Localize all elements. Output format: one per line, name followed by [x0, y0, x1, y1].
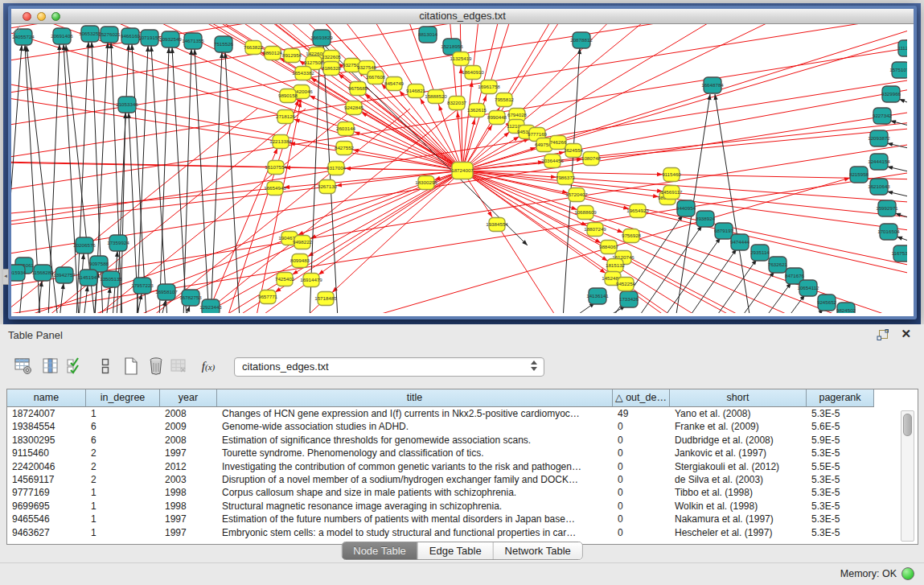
column-header-year[interactable]: year [160, 389, 217, 407]
table-cell[interactable]: 18724007 [7, 407, 86, 420]
tab-edge-table[interactable]: Edge Table [418, 542, 494, 559]
network-window-titlebar[interactable]: citations_edges.txt [11, 9, 914, 24]
table-cell[interactable]: 2012 [160, 460, 217, 473]
network-graph-canvas[interactable]: 2405572420691406106532571527602194661601… [11, 24, 907, 313]
column-header-name[interactable]: name [7, 389, 86, 407]
zoom-window-icon[interactable] [51, 12, 60, 21]
table-cell[interactable]: Structural magnetic resonance image aver… [217, 500, 613, 513]
table-cell[interactable]: 5.5E-5 [807, 460, 874, 473]
table-cell[interactable]: Tourette syndrome. Phenomenology and cla… [217, 447, 613, 459]
scrollbar-thumb[interactable] [903, 414, 912, 436]
table-cell[interactable]: 5.3E-5 [807, 526, 874, 539]
table-cell[interactable]: 1 [86, 526, 160, 539]
table-cell[interactable]: Dudbridge et al. (2008) [670, 434, 807, 447]
table-cell[interactable]: Estimation of the future numbers of pati… [217, 513, 613, 525]
table-cell[interactable]: 22420046 [7, 460, 86, 473]
table-cell[interactable]: Corpus callosum shape and size in male p… [217, 486, 613, 499]
table-cell[interactable]: 0 [613, 513, 670, 525]
table-cell[interactable]: Stergiakouli et al. (2012) [670, 460, 807, 473]
table-row[interactable]: 969969511998Structural magnetic resonanc… [7, 500, 905, 513]
table-row[interactable]: 1938455462009Genome-wide association stu… [7, 420, 905, 433]
table-row[interactable]: 1872400712008Changes of HCN gene express… [7, 407, 905, 420]
table-cell[interactable]: 5.3E-5 [807, 486, 874, 499]
table-row[interactable]: 1830029562008Estimation of significance … [7, 434, 905, 447]
table-cell[interactable]: 2 [86, 460, 160, 473]
minimize-window-icon[interactable] [37, 12, 46, 21]
table-vertical-scrollbar[interactable] [901, 410, 914, 542]
function-builder-icon[interactable]: f(x) [198, 355, 219, 377]
table-cell[interactable]: 1998 [160, 500, 217, 513]
table-cell[interactable]: 0 [613, 486, 670, 499]
table-cell[interactable]: 1 [86, 500, 160, 513]
table-cell[interactable]: 5.3E-5 [807, 513, 874, 525]
table-cell[interactable]: Disruption of a novel member of a sodium… [217, 473, 613, 486]
close-panel-icon[interactable]: ✕ [901, 327, 911, 341]
table-cell[interactable]: Changes of HCN gene expression and I(f) … [217, 407, 613, 420]
table-row[interactable]: 946554611997Estimation of the future num… [7, 513, 905, 525]
table-cell[interactable]: 49 [613, 407, 670, 420]
table-cell[interactable]: Wolkin et al. (1998) [670, 500, 807, 513]
table-cell[interactable]: 6 [86, 420, 160, 433]
tab-network-table[interactable]: Network Table [494, 542, 582, 559]
node-table[interactable]: namein_degreeyeartitle△ out_de…shortpage… [6, 389, 918, 545]
column-header-out_de[interactable]: △ out_de… [613, 389, 670, 407]
float-panel-icon[interactable] [877, 329, 889, 341]
table-row[interactable]: 911546021997Tourette syndrome. Phenomeno… [7, 447, 905, 459]
table-cell[interactable]: 0 [613, 447, 670, 459]
row-height-icon[interactable] [95, 355, 116, 377]
column-header-short[interactable]: short [670, 389, 807, 407]
table-cell[interactable]: de Silva et al. (2003) [670, 473, 807, 486]
network-view-window[interactable]: citations_edges.txt 24055724206914061065… [8, 6, 917, 319]
table-cell[interactable]: 9777169 [7, 486, 86, 499]
node-table-header[interactable]: namein_degreeyeartitle△ out_de…shortpage… [7, 389, 874, 407]
table-cell[interactable]: 2008 [160, 407, 217, 420]
table-cell[interactable]: 2 [86, 447, 160, 459]
table-cell[interactable]: 1 [86, 407, 160, 420]
table-cell[interactable]: Jankovic et al. (1997) [670, 447, 807, 459]
table-cell[interactable]: Genome-wide association studies in ADHD. [217, 420, 613, 433]
table-cell[interactable]: 2009 [160, 420, 217, 433]
table-cell[interactable]: 1997 [160, 526, 217, 539]
table-cell[interactable]: 0 [613, 526, 670, 539]
table-cell[interactable]: 5.3E-5 [807, 447, 874, 459]
table-cell[interactable]: Nakamura et al. (1997) [670, 513, 807, 525]
table-cell[interactable]: 2008 [160, 434, 217, 447]
new-column-icon[interactable] [121, 355, 142, 377]
table-cell[interactable]: 9699695 [7, 500, 86, 513]
delete-column-icon[interactable] [146, 355, 166, 377]
show-columns-icon[interactable] [40, 355, 61, 377]
table-cell[interactable]: 1998 [160, 486, 217, 499]
table-row[interactable]: 977716911998Corpus callosum shape and si… [7, 486, 905, 499]
table-cell[interactable]: 1 [86, 513, 160, 525]
table-cell[interactable]: 5.6E-5 [807, 420, 874, 433]
table-cell[interactable]: Hescheler et al. (1997) [670, 526, 807, 539]
table-cell[interactable]: Estimation of significance thresholds fo… [217, 434, 613, 447]
table-cell[interactable]: 9465546 [7, 513, 86, 525]
table-cell[interactable]: Franke et al. (2009) [670, 420, 807, 433]
window-resize-grip[interactable] [11, 24, 21, 34]
select-rows-icon[interactable] [64, 355, 85, 377]
table-cell[interactable]: 6 [86, 434, 160, 447]
table-cell[interactable]: 5.9E-5 [807, 434, 874, 447]
table-cell[interactable]: 5.3E-5 [807, 473, 874, 486]
table-cell[interactable]: 19384554 [7, 420, 86, 433]
table-cell[interactable]: 1997 [160, 447, 217, 459]
table-cell[interactable]: 5.3E-5 [807, 407, 874, 420]
table-cell[interactable]: Embryonic stem cells: a model to study s… [217, 526, 613, 539]
table-mode-icon[interactable] [13, 355, 34, 377]
table-cell[interactable]: Tibbo et al. (1998) [670, 486, 807, 499]
table-row[interactable]: 1456911722003Disruption of a novel membe… [7, 473, 905, 486]
tab-node-table[interactable]: Node Table [342, 542, 418, 559]
citation-network-graph[interactable]: 2405572420691406106532571527602194661601… [11, 24, 907, 313]
table-cell[interactable]: 0 [613, 434, 670, 447]
table-body[interactable]: 1872400712008Changes of HCN gene express… [7, 407, 905, 544]
table-cell[interactable]: 9115460 [7, 447, 86, 459]
table-cell[interactable]: 9463627 [7, 526, 86, 539]
column-header-pagerank[interactable]: pagerank [807, 389, 874, 407]
table-cell[interactable]: 0 [613, 500, 670, 513]
table-cell[interactable]: 0 [613, 473, 670, 486]
memory-ok-indicator[interactable] [901, 567, 914, 580]
close-window-icon[interactable] [23, 12, 31, 21]
table-cell[interactable]: Yano et al. (2008) [670, 407, 807, 420]
table-row[interactable]: 2242004622012Investigating the contribut… [7, 460, 905, 473]
